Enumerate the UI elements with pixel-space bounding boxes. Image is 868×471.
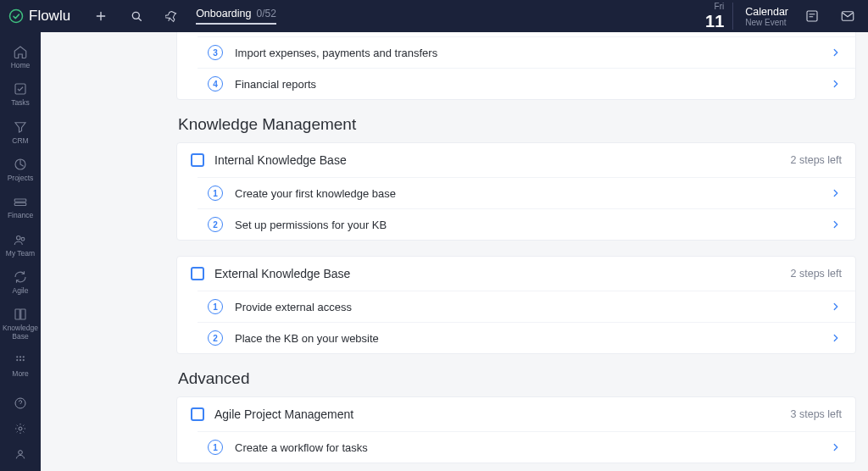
- book-icon: [13, 307, 28, 322]
- sidebar-item-finance[interactable]: Finance: [0, 189, 41, 226]
- sidebar-item-projects[interactable]: Projects: [0, 152, 41, 189]
- date-block[interactable]: Fri 11: [705, 3, 733, 30]
- svg-point-15: [23, 359, 25, 361]
- team-icon: [13, 232, 28, 247]
- brand-name: Flowlu: [29, 8, 70, 25]
- chevron-right-icon: [830, 187, 842, 199]
- grid-icon: [13, 352, 28, 368]
- sidebar-item-label: My Team: [6, 250, 35, 258]
- sidebar-item-crm[interactable]: CRM: [0, 114, 41, 152]
- svg-rect-2: [807, 11, 817, 21]
- sidebar-item-label: Agile: [13, 287, 29, 295]
- gear-icon: [14, 422, 27, 435]
- card-checkbox[interactable]: [191, 267, 204, 280]
- sidebar-item-more[interactable]: More: [0, 347, 41, 385]
- chevron-right-icon: [830, 47, 842, 58]
- svg-rect-6: [14, 199, 26, 202]
- onboarding-card: Internal Knowledge Base2 steps left1Crea…: [176, 142, 856, 241]
- sidebar-item-agile[interactable]: Agile: [0, 264, 41, 302]
- step-label: Place the KB on your website: [235, 332, 379, 345]
- onboarding-step[interactable]: 1Provide external access: [198, 291, 855, 322]
- content-area: 2Add finance categories3Import expenses,…: [41, 32, 868, 471]
- svg-point-8: [17, 236, 21, 240]
- svg-point-9: [21, 237, 25, 241]
- steps-left: 2 steps left: [791, 268, 842, 280]
- svg-point-0: [10, 10, 23, 23]
- sidebar-item-kb[interactable]: Knowledge Base: [0, 302, 41, 347]
- date-dow: Fri: [715, 3, 725, 11]
- step-label: Provide external access: [235, 301, 352, 313]
- step-label: Create your first knowledge base: [235, 187, 396, 200]
- sidebar-item-label: Projects: [8, 175, 34, 182]
- svg-point-1: [132, 12, 139, 19]
- pin-icon: [165, 9, 179, 23]
- pin-button[interactable]: [160, 4, 184, 28]
- mail-button[interactable]: [836, 4, 860, 28]
- calendar-label: Calendar: [745, 6, 788, 18]
- sidebar-item-tasks[interactable]: Tasks: [0, 76, 41, 114]
- check-circle-icon: [8, 8, 24, 24]
- step-label: Set up permissions for your KB: [235, 219, 387, 231]
- search-icon: [130, 9, 143, 23]
- step-label: Import expenses, payments and transfers: [235, 47, 437, 59]
- svg-rect-3: [842, 12, 854, 21]
- card-checkbox[interactable]: [191, 153, 204, 167]
- onboarding-step[interactable]: 3Import expenses, payments and transfers: [198, 36, 855, 68]
- sidebar-help[interactable]: [12, 395, 29, 412]
- chevron-right-icon: [830, 301, 842, 313]
- onboarding-step[interactable]: 2Set up permissions for your KB: [198, 208, 855, 240]
- onboarding-step[interactable]: 1Create your first knowledge base: [198, 177, 855, 208]
- date-num: 11: [705, 13, 724, 30]
- onboarding-card: Agile Project Management3 steps left1Cre…: [176, 396, 856, 463]
- search-button[interactable]: [125, 4, 148, 28]
- sidebar-settings[interactable]: [12, 420, 29, 437]
- svg-point-12: [23, 356, 25, 357]
- onboarding-card: External Knowledge Base2 steps left1Prov…: [176, 256, 856, 354]
- step-number: 4: [208, 76, 223, 91]
- sidebar-item-label: CRM: [12, 137, 28, 145]
- notes-button[interactable]: [800, 4, 824, 28]
- chevron-right-icon: [830, 332, 842, 344]
- sidebar-item-label: Finance: [8, 212, 33, 219]
- topbar: Flowlu Onboarding 0/52 Fri 11 Calendar N…: [0, 0, 868, 32]
- calendar-link[interactable]: Calendar New Event: [745, 6, 788, 27]
- agile-icon: [13, 269, 28, 285]
- sidebar-item-label: Knowledge Base: [0, 324, 41, 341]
- tasks-icon: [13, 81, 28, 97]
- onboarding-step[interactable]: 4Financial reports: [198, 68, 855, 99]
- sidebar-profile[interactable]: [12, 446, 29, 463]
- onboarding-step[interactable]: 1Create a workflow for tasks: [198, 431, 855, 463]
- add-button[interactable]: [89, 4, 113, 28]
- finance-icon: [13, 194, 28, 209]
- sidebar-item-home[interactable]: Home: [0, 39, 41, 76]
- card-title: Internal Knowledge Base: [214, 153, 347, 167]
- svg-rect-7: [14, 203, 26, 206]
- calendar-sub: New Event: [745, 18, 788, 27]
- svg-point-17: [19, 427, 22, 430]
- step-number: 1: [208, 186, 223, 201]
- sidebar-item-myteam[interactable]: My Team: [0, 227, 41, 264]
- steps-left: 3 steps left: [791, 408, 842, 420]
- profile-icon: [14, 447, 27, 461]
- step-label: Create a workflow for tasks: [235, 441, 368, 454]
- plus-icon: [94, 9, 108, 23]
- svg-point-18: [19, 451, 23, 455]
- brand-logo[interactable]: Flowlu: [8, 8, 70, 25]
- tab-count: 0/52: [256, 8, 275, 19]
- step-number: 1: [208, 299, 223, 314]
- onboarding-step[interactable]: 2Place the KB on your website: [198, 322, 855, 353]
- card-checkbox[interactable]: [191, 407, 204, 421]
- help-icon: [14, 396, 27, 410]
- tab-onboarding[interactable]: Onboarding 0/52: [196, 8, 276, 25]
- section-title: Knowledge Management: [178, 115, 856, 134]
- sidebar: Home Tasks CRM Projects Finance My Team …: [0, 32, 41, 471]
- svg-point-10: [16, 356, 18, 357]
- projects-icon: [13, 157, 28, 172]
- step-label: Financial reports: [235, 78, 316, 91]
- svg-point-13: [16, 359, 18, 361]
- steps-left: 2 steps left: [791, 154, 842, 166]
- card-title: Agile Project Management: [214, 407, 353, 421]
- chevron-right-icon: [830, 219, 842, 230]
- sidebar-item-label: More: [12, 370, 28, 378]
- step-number: 1: [208, 440, 223, 455]
